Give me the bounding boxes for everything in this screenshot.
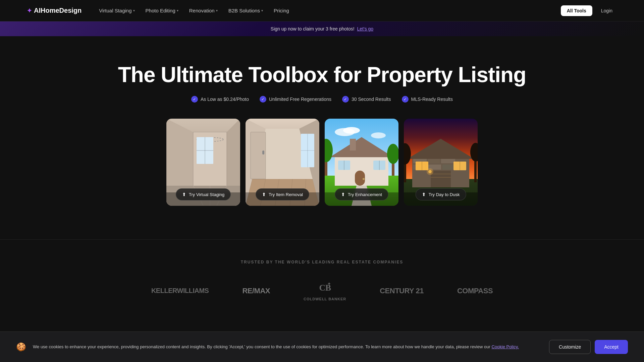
nav-item-pricing[interactable]: Pricing [270,6,293,15]
accept-button[interactable]: Accept [595,340,628,354]
cookie-banner: 🍪 We use cookies to enhance your experie… [0,331,644,362]
chevron-down-icon: ▾ [133,9,135,12]
nav-item-b2b-solutions[interactable]: B2B Solutions ▾ [224,6,267,15]
promo-banner: Sign up now to claim your 3 free photos!… [0,21,644,36]
svg-point-39 [371,132,386,138]
check-icon: ✓ [260,96,266,103]
brand-logos-row: KELLERWILLIAMS RE/MAX CB ✦ COLDWELL BANK… [27,281,617,301]
trusted-section: TRUSTED BY THE WORLD'S LEADING REAL ESTA… [0,239,644,321]
check-icon: ✓ [402,96,409,103]
card-label-item-removal[interactable]: ⬆ Try Item Removal [256,188,309,200]
banner-cta[interactable]: Let's go [357,26,374,32]
chevron-down-icon: ▾ [216,9,218,12]
century21-logo: CENTURY 21 [380,287,424,295]
trusted-label: TRUSTED BY THE WORLD'S LEADING REAL ESTA… [27,260,617,264]
svg-point-38 [343,127,360,134]
svg-rect-29 [251,132,266,179]
remax-logo: RE/MAX [242,287,270,295]
navigation: ✦ AIHomeDesign Virtual Staging ▾ Photo E… [0,0,644,21]
chevron-down-icon: ▾ [261,9,263,12]
card-label-enhancement[interactable]: ⬆ Try Enhancement [335,188,388,200]
cb-monogram: CB ✦ [318,281,332,296]
nav-item-virtual-staging[interactable]: Virtual Staging ▾ [95,6,139,15]
card-label-day-to-dusk[interactable]: ⬆ Try Day to Dusk [416,188,466,200]
svg-rect-31 [262,150,264,155]
svg-rect-63 [441,158,455,163]
upload-icon: ⬆ [341,192,345,197]
banner-text: Sign up now to claim your 3 free photos! [271,26,355,32]
card-item-removal[interactable]: ⬆ Try Item Removal [246,119,319,206]
coldwell-banker-logo: CB ✦ COLDWELL BANKER [304,281,346,301]
login-button[interactable]: Login [596,5,617,16]
nav-item-photo-editing[interactable]: Photo Editing ▾ [142,6,182,15]
nav-item-renovation[interactable]: Renovation ▾ [185,6,222,15]
badge-text: MLS-Ready Results [411,97,453,102]
check-icon: ✓ [342,96,349,103]
svg-rect-43 [350,139,356,150]
svg-point-45 [363,178,365,180]
nav-right: All Tools Login [561,5,617,16]
hero-badges: ✓ As Low as $0.24/Photo ✓ Unlimited Free… [13,96,631,103]
nav-items: Virtual Staging ▾ Photo Editing ▾ Renova… [95,6,293,15]
all-tools-button[interactable]: All Tools [561,5,592,16]
svg-point-77 [427,168,433,175]
card-label-text: Try Enhancement [348,192,382,197]
compass-logo: COMPASS [457,287,493,295]
badge-text: 30 Second Results [352,97,391,102]
card-label-text: Try Item Removal [269,192,303,197]
feature-cards: ⬆ Try Virtual Staging [13,119,631,226]
cb-text: COLDWELL BANKER [304,297,346,301]
svg-rect-62 [428,158,440,163]
cookie-policy-link[interactable]: Cookie Policy. [491,344,519,349]
svg-text:✦: ✦ [327,282,331,286]
logo-icon: ✦ [27,7,32,14]
svg-rect-73 [431,171,451,187]
card-virtual-staging[interactable]: ⬆ Try Virtual Staging [166,119,240,206]
cookie-text: We use cookies to enhance your experienc… [33,344,542,350]
check-icon: ✓ [191,96,198,103]
card-label-text: Try Virtual Staging [189,192,224,197]
card-label-virtual-staging[interactable]: ⬆ Try Virtual Staging [176,188,231,200]
card-day-to-dusk[interactable]: ⬆ Try Day to Dusk [404,119,478,206]
svg-rect-66 [442,165,455,170]
nav-left: ✦ AIHomeDesign Virtual Staging ▾ Photo E… [27,6,293,15]
upload-icon: ⬆ [422,192,426,197]
badge-text: As Low as $0.24/Photo [201,97,249,102]
cookie-actions: Customize Accept [549,340,628,354]
logo[interactable]: ✦ AIHomeDesign [27,7,82,14]
badge-mls: ✓ MLS-Ready Results [402,96,453,103]
customize-button[interactable]: Customize [549,340,591,354]
badge-regenerations: ✓ Unlimited Free Regenerations [260,96,331,103]
keller-williams-logo: KELLERWILLIAMS [151,287,209,295]
cookie-icon: 🍪 [16,342,26,352]
hero-section: The Ultimate Toolbox for Property Listin… [0,36,644,239]
upload-icon: ⬆ [262,192,266,197]
card-enhancement[interactable]: ⬆ Try Enhancement [325,119,398,206]
chevron-down-icon: ▾ [177,9,178,12]
badge-text: Unlimited Free Regenerations [269,97,331,102]
badge-speed: ✓ 30 Second Results [342,96,391,103]
badge-price: ✓ As Low as $0.24/Photo [191,96,249,103]
card-label-text: Try Day to Dusk [429,192,460,197]
page-title: The Ultimate Toolbox for Property Listin… [13,63,631,86]
logo-text: AIHomeDesign [34,7,82,14]
upload-icon: ⬆ [182,192,186,197]
